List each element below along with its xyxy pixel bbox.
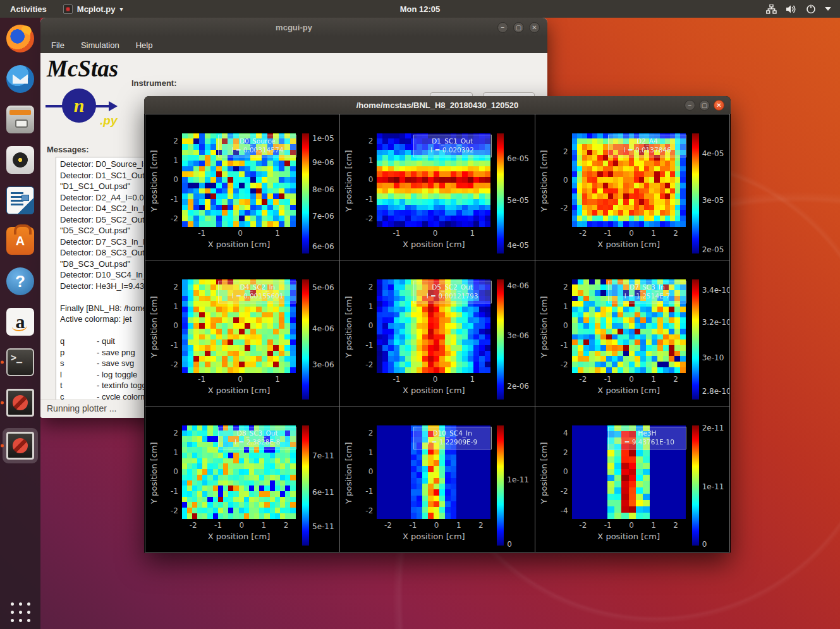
dock-item-help[interactable]: ? — [5, 266, 35, 296]
instrument-label: Instrument: — [131, 78, 177, 88]
system-status-area[interactable] — [766, 4, 840, 14]
legend-detector-name: D8_SC3_Out — [221, 429, 293, 437]
minimize-button[interactable]: − — [685, 100, 695, 111]
legend-intensity: I = 0.020392 — [417, 145, 489, 154]
clock-label: Mon 12:05 — [400, 4, 441, 14]
legend-box: D10_SC4_InI = 1.22909E-9 — [413, 427, 492, 449]
legend-box: D1_SC1_OutI = 0.020392 — [413, 135, 492, 157]
dock-item-mcgui-window[interactable] — [5, 388, 35, 418]
colorbar-ticks: 1e-110 — [507, 425, 534, 546]
colorbar-ticks: 4e-053e-052e-05 — [702, 133, 729, 253]
menu-simulation[interactable]: Simulation — [81, 40, 119, 50]
power-icon — [806, 4, 816, 14]
x-axis-ticks: -101 — [377, 375, 490, 384]
dock-item-firefox[interactable] — [5, 23, 35, 54]
mcplot-titlebar[interactable]: /home/mcstas/BNL_H8_20180430_120520 − ▢ … — [144, 96, 731, 114]
mcgui-menubar: File Simulation Help — [40, 37, 547, 53]
mcgui-titlebar[interactable]: mcgui-py − ▢ ✕ — [40, 18, 547, 37]
close-button[interactable]: ✕ — [714, 100, 724, 111]
legend-detector-name: D5_SC2_Out — [417, 283, 489, 291]
amazon-icon: a — [6, 308, 34, 336]
py-label: .py — [100, 114, 117, 128]
volume-icon — [786, 4, 797, 14]
activities-button[interactable]: Activities — [0, 0, 57, 18]
desktop: { "topbar": { "activities": "Activities"… — [0, 0, 840, 629]
y-axis-label: Y position [cm] — [344, 279, 353, 374]
legend-box: D0_SourceI = 0.00314574 — [218, 135, 296, 157]
y-axis-ticks: 420-2-4 — [552, 425, 568, 519]
dock-item-thunderbird[interactable] — [5, 64, 35, 94]
legend-intensity: I = 0.00314574 — [221, 145, 293, 154]
app-menu[interactable]: Mcplot.py ▾ — [57, 0, 130, 18]
y-axis-ticks: 210-1-2 — [162, 133, 178, 227]
running-indicator — [1, 401, 4, 405]
y-axis-label: Y position [cm] — [149, 133, 159, 228]
colorbar — [302, 133, 309, 253]
clock[interactable]: Mon 12:05 — [400, 4, 441, 14]
y-axis-ticks: 210-1-2 — [162, 279, 178, 373]
subplot-d0_source: Y position [cm]210-1-2D0_SourceI = 0.003… — [145, 114, 339, 260]
x-axis-ticks: -2-1012 — [572, 229, 686, 238]
maximize-button[interactable]: ▢ — [513, 22, 524, 33]
mcstas-logo-graphic: n .py — [46, 86, 121, 129]
y-axis-ticks: 210-1-2 — [356, 279, 373, 373]
top-bar: Activities Mcplot.py ▾ Mon 12:05 — [0, 0, 840, 18]
x-axis-ticks: -2-1012 — [377, 521, 490, 530]
x-axis-label: X position [cm] — [182, 386, 296, 395]
colorbar-ticks: 2e-111e-110 — [702, 425, 729, 546]
activities-label: Activities — [10, 4, 47, 14]
legend-intensity: I = 2.3828E-8 — [221, 437, 293, 446]
dock-item-terminal[interactable]: >_ — [5, 347, 35, 377]
menu-file[interactable]: File — [51, 40, 64, 50]
colorbar-ticks: 1e-059e-068e-067e-066e-06 — [312, 133, 339, 253]
x-axis-label: X position [cm] — [377, 532, 490, 541]
ubuntu-software-icon: A — [6, 227, 34, 255]
minimize-button[interactable]: − — [497, 22, 508, 33]
legend-intensity: I = 9.43761E-10 — [611, 437, 683, 446]
running-indicator — [1, 361, 4, 364]
x-axis-label: X position [cm] — [572, 532, 686, 541]
dock-item-rhythmbox[interactable] — [5, 145, 35, 175]
mcgui-window-title: mcgui-py — [276, 23, 312, 32]
dock-item-files[interactable] — [5, 104, 35, 135]
colorbar-ticks: 5e-064e-063e-06 — [312, 279, 339, 400]
no-entry-window-icon — [6, 432, 34, 460]
legend-intensity: I = 1.22909E-9 — [417, 437, 489, 446]
menu-help[interactable]: Help — [136, 40, 153, 50]
x-axis-label: X position [cm] — [572, 240, 686, 249]
thunderbird-icon — [6, 65, 34, 93]
dock-item-writer[interactable] — [5, 185, 35, 216]
legend-box: D5_SC2_OutI = 0.00121793 — [413, 281, 492, 303]
legend-detector-name: D0_Source — [221, 137, 293, 145]
colorbar-ticks: 3.4e-103.2e-103e-102.8e-10 — [702, 279, 729, 400]
close-button[interactable]: ✕ — [529, 22, 540, 33]
dock-item-amazon[interactable]: a — [5, 307, 35, 337]
no-entry-window-icon — [6, 389, 34, 417]
maximize-button[interactable]: ▢ — [699, 100, 710, 111]
colorbar — [497, 425, 504, 546]
terminal-icon: >_ — [6, 348, 34, 376]
mcplot-window: /home/mcstas/BNL_H8_20180430_120520 − ▢ … — [144, 96, 731, 553]
x-axis-ticks: -2-1012 — [572, 521, 686, 530]
show-applications-button[interactable] — [9, 601, 31, 623]
colorbar-ticks: 6e-055e-054e-05 — [507, 133, 534, 253]
legend-detector-name: D10_SC4_In — [417, 429, 489, 437]
y-axis-ticks: 20-2 — [552, 133, 568, 227]
mcplot-app-icon — [63, 4, 73, 14]
dock-item-mcplot-window[interactable] — [3, 428, 38, 463]
subplot-d8_sc3_out: Y position [cm]210-1-2D8_SC3_OutI = 2.38… — [145, 406, 339, 552]
firefox-icon — [6, 25, 34, 52]
x-axis-label: X position [cm] — [572, 386, 686, 395]
x-axis-ticks: -2-1012 — [572, 375, 686, 384]
legend-box: He3HI = 9.43761E-10 — [608, 427, 686, 449]
legend-box: D2_A4I = 0.0137846 — [608, 135, 686, 157]
subplot-he3h: Y position [cm]420-2-4He3HI = 9.43761E-1… — [535, 406, 729, 552]
legend-intensity: I = 1.2514E-7 — [611, 291, 683, 300]
dock-item-software[interactable]: A — [5, 226, 35, 256]
legend-detector-name: D7_SC3_In — [611, 283, 683, 291]
y-axis-label: Y position [cm] — [344, 133, 353, 228]
x-axis-label: X position [cm] — [182, 240, 296, 249]
subplot-d7_sc3_in: Y position [cm]210-1-2D7_SC3_InI = 1.251… — [535, 260, 729, 406]
y-axis-ticks: 210-1-2 — [552, 279, 568, 373]
dock: A ? a >_ — [0, 18, 40, 629]
